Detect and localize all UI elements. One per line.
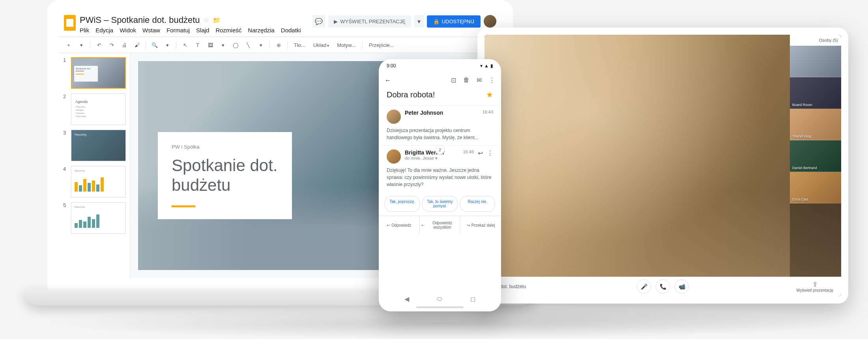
- more-icon[interactable]: ⋮: [489, 76, 495, 84]
- transition-button[interactable]: Przejście...: [366, 41, 397, 50]
- slide-subtitle[interactable]: PW i Spółka: [172, 144, 278, 150]
- slides-logo-icon[interactable]: [64, 15, 76, 31]
- chevron-down-icon[interactable]: ▾: [255, 39, 266, 50]
- message-recipients[interactable]: do mnie, Jesse ▾: [405, 156, 459, 161]
- wifi-icon: ▾: [480, 63, 483, 69]
- message-body: Dzisiejsza prezentacja projektu centrum …: [387, 127, 493, 141]
- undo-icon[interactable]: ↶: [94, 39, 105, 50]
- chevron-down-icon[interactable]: ▾: [217, 39, 228, 50]
- slide-thumbnail[interactable]: Spotkanie dot. budżetu: [71, 57, 126, 89]
- slide-text-box[interactable]: PW i Spółka Spotkanie dot. budżetu: [158, 132, 292, 219]
- present-label: WYŚWIETL PREZENTACJĘ: [340, 19, 405, 24]
- back-icon[interactable]: ←: [385, 77, 391, 84]
- participant-thumbnail[interactable]: Sheryll King: [790, 109, 841, 140]
- message-time: 16:43: [482, 110, 493, 114]
- slide-title[interactable]: Spotkanie dot. budżetu: [172, 156, 278, 196]
- shape-icon[interactable]: ◯: [230, 39, 241, 50]
- textbox-icon[interactable]: T: [192, 39, 203, 50]
- thread-count[interactable]: 2: [435, 145, 445, 155]
- smart-reply-button[interactable]: Tak, to świetny pomysł.: [422, 196, 457, 212]
- chevron-down-icon[interactable]: ▾: [162, 39, 173, 50]
- background-button[interactable]: Tło...: [291, 41, 309, 50]
- hangup-button[interactable]: 📞: [656, 279, 670, 294]
- slide-thumbnail[interactable]: Reporting: [71, 202, 126, 234]
- new-slide-button[interactable]: +: [63, 39, 74, 50]
- home-nav-icon[interactable]: ⬭: [437, 295, 442, 303]
- meeting-main-video[interactable]: [485, 35, 841, 296]
- slide-number: 3: [63, 130, 69, 161]
- redo-icon[interactable]: ↷: [106, 39, 117, 50]
- signal-icon: ▲: [484, 63, 489, 69]
- menu-edit[interactable]: Edycja: [95, 27, 113, 34]
- slide-number: 4: [63, 166, 69, 197]
- home-indicator[interactable]: [416, 306, 464, 308]
- present-button[interactable]: ▶ WYŚWIETL PREZENTACJĘ: [328, 15, 411, 28]
- menu-file[interactable]: Plik: [80, 27, 89, 34]
- slide-thumbnail[interactable]: Reporting: [71, 166, 126, 197]
- present-screen-button[interactable]: ⇪ Wyświetl prezentację: [796, 281, 833, 292]
- theme-button[interactable]: Motyw...: [334, 41, 359, 50]
- sender-avatar[interactable]: [387, 110, 401, 124]
- email-message[interactable]: Peter Johnson 16:43 Dzisiejsza prezentac…: [379, 105, 501, 145]
- toolbar: + ▾ ↶ ↷ 🖨 🖌 🔍 ▾ ↖ T 🖼 ▾ ◯ ╲ ▾ ⊕ Tło... U…: [59, 37, 501, 53]
- menu-addons[interactable]: Dodatki: [281, 27, 301, 34]
- participants-header[interactable]: Osoby (5): [790, 35, 841, 46]
- select-icon[interactable]: ↖: [180, 39, 191, 50]
- tablet-device: Osoby (5) Board Room Sheryll King Daniel…: [477, 28, 848, 304]
- star-icon[interactable]: ☆: [203, 16, 210, 24]
- menu-arrange[interactable]: Rozmieść: [215, 27, 241, 34]
- document-title[interactable]: PWiS – Spotkanie dot. budżetu: [80, 15, 200, 25]
- participant-thumbnail[interactable]: Board Room: [790, 77, 841, 109]
- sender-avatar[interactable]: [387, 149, 401, 164]
- paint-format-icon[interactable]: 🖌: [131, 39, 142, 50]
- star-icon[interactable]: ★: [486, 90, 493, 99]
- reply-button[interactable]: ↩ Odpowiedz: [379, 216, 420, 234]
- comment-icon[interactable]: ⊕: [273, 39, 284, 50]
- print-icon[interactable]: 🖨: [119, 39, 130, 50]
- menu-slide[interactable]: Slajd: [196, 27, 209, 34]
- participants-panel: Osoby (5) Board Room Sheryll King Daniel…: [790, 35, 841, 277]
- menu-insert[interactable]: Wstaw: [142, 27, 160, 34]
- phone-device: 9:00 ▾ ▲ ▮ ← ⊡ 🗑 ✉ ⋮ Dobra robota! ★ Pet…: [379, 59, 501, 311]
- line-icon[interactable]: ╲: [243, 39, 254, 50]
- zoom-icon[interactable]: 🔍: [149, 39, 160, 50]
- participant-thumbnail[interactable]: Daniel Bertrand: [790, 140, 841, 172]
- smart-reply-button[interactable]: Raczej nie.: [460, 196, 495, 212]
- accent-bar: [172, 205, 195, 207]
- more-icon[interactable]: ⋮: [487, 149, 493, 157]
- slide-thumbnail[interactable]: Agenda • Reporting• Budgets• Progress• N…: [71, 93, 126, 125]
- recent-nav-icon[interactable]: ◻: [470, 295, 475, 303]
- smart-reply-button[interactable]: Tak, poproszę.: [385, 196, 420, 212]
- layout-button[interactable]: Układ▾: [310, 41, 332, 50]
- slide-panel[interactable]: 1 Spotkanie dot. budżetu 2 Agenda • Repo…: [59, 53, 130, 278]
- participant-thumbnail[interactable]: [790, 46, 841, 77]
- forward-button[interactable]: ↪ Przekaż dalej: [460, 216, 501, 234]
- status-time: 9:00: [387, 63, 396, 69]
- delete-icon[interactable]: 🗑: [463, 76, 470, 84]
- menu-tools[interactable]: Narzędzia: [248, 27, 275, 34]
- reply-all-button[interactable]: ⇠ Odpowiedz wszystkim: [420, 216, 461, 234]
- folder-icon[interactable]: 📁: [213, 17, 221, 24]
- phone-nav-bar: ◀ ⬭ ◻: [379, 295, 501, 303]
- slide-thumbnail[interactable]: Reporting: [71, 130, 126, 161]
- menu-format[interactable]: Formatuj: [166, 27, 190, 34]
- menu-bar: Plik Edycja Widok Wstaw Formatuj Slajd R…: [80, 27, 309, 34]
- comments-icon[interactable]: 💬: [312, 15, 325, 28]
- mute-button[interactable]: 🎤: [637, 279, 651, 294]
- video-button[interactable]: 📹: [675, 279, 689, 294]
- image-icon[interactable]: 🖼: [205, 39, 216, 50]
- user-avatar[interactable]: [484, 15, 496, 28]
- back-nav-icon[interactable]: ◀: [404, 295, 409, 303]
- chevron-down-icon[interactable]: ▾: [76, 39, 87, 50]
- menu-view[interactable]: Widok: [120, 27, 136, 34]
- meet-controls: nie dot. budżetu 🎤 📞 📹 ⇪ Wyświetl prezen…: [485, 277, 841, 296]
- present-dropdown[interactable]: ▾: [414, 15, 424, 28]
- share-button[interactable]: 🔒 UDOSTĘPNIJ: [427, 15, 481, 28]
- battery-icon: ▮: [490, 63, 493, 69]
- reply-icon[interactable]: ↩: [478, 149, 483, 157]
- mail-icon[interactable]: ✉: [477, 76, 482, 84]
- email-subject: Dobra robota!: [387, 90, 435, 99]
- participant-thumbnail[interactable]: Errol Cast: [790, 172, 841, 203]
- slide-number: 5: [63, 202, 69, 234]
- archive-icon[interactable]: ⊡: [451, 76, 456, 84]
